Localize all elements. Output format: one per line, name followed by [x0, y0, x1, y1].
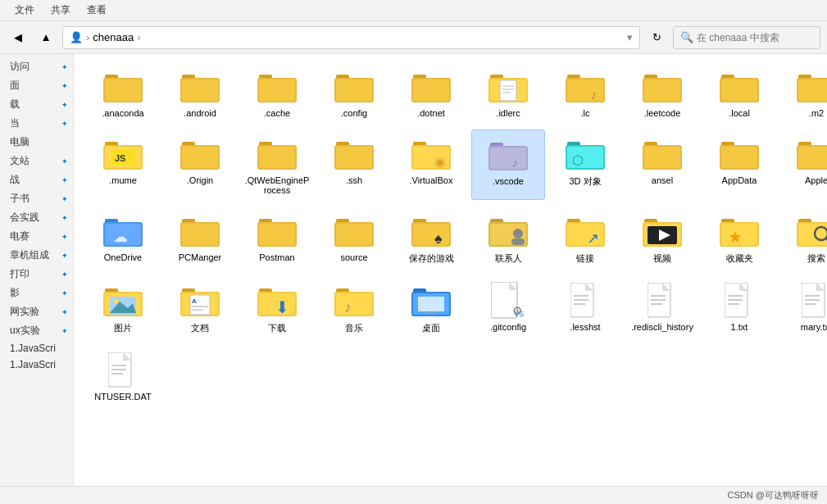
sidebar-item-10[interactable]: 章机组成✦ [0, 246, 73, 265]
file-item[interactable]: 联系人 [471, 207, 545, 270]
file-item[interactable]: .cache [240, 62, 314, 123]
svg-text:◉: ◉ [434, 155, 446, 169]
file-icon-.config [334, 67, 374, 107]
file-item[interactable]: NTUSER.DAT [86, 346, 160, 406]
file-name: 收藏夹 [726, 252, 753, 265]
svg-rect-76 [182, 224, 218, 245]
file-item[interactable]: A 文档 [163, 276, 237, 339]
svg-rect-79 [259, 224, 295, 245]
file-name: .local [729, 108, 750, 118]
file-item[interactable]: 1.txt [702, 276, 776, 339]
file-item[interactable]: AppData [702, 129, 776, 200]
sidebar-item-8[interactable]: 会实践✦ [0, 208, 73, 227]
file-icon-链接: ↗ [566, 211, 605, 251]
file-item[interactable]: ⬡ 3D 对象 [548, 129, 622, 200]
file-item[interactable]: .ssh [317, 129, 391, 200]
back-button[interactable]: ◀ [7, 26, 30, 49]
file-item[interactable]: mary.txt [779, 276, 827, 339]
file-item[interactable]: ♠ 保存的游戏 [394, 207, 468, 270]
file-item[interactable]: ♪ .vscode [471, 129, 545, 200]
sidebar-item-11[interactable]: 打印✦ [0, 265, 73, 284]
sidebar-item-5[interactable]: 文站✦ [0, 152, 73, 170]
file-item[interactable]: source [317, 207, 391, 270]
sidebar-item-7[interactable]: 子书✦ [0, 189, 73, 208]
file-item[interactable]: 视频 [625, 207, 699, 270]
sidebar-item-12[interactable]: 影✦ [0, 284, 73, 302]
refresh-button[interactable]: ↻ [645, 26, 668, 49]
file-icon-1.txt [720, 281, 759, 320]
file-name: .lesshst [570, 322, 600, 332]
file-icon-.dotnet [411, 67, 451, 107]
file-item[interactable]: ♪ .lc [548, 62, 622, 123]
file-item[interactable]: JS .mume [86, 129, 160, 200]
up-button[interactable]: ▲ [34, 26, 57, 49]
search-bar[interactable]: 🔍 [673, 26, 820, 49]
sidebar-item-13[interactable]: 网实验✦ [0, 302, 73, 321]
search-input[interactable] [697, 32, 813, 43]
sidebar-item-0[interactable]: 访问✦ [0, 57, 73, 76]
file-name: .ssh [346, 175, 362, 185]
file-name: 视频 [653, 252, 671, 265]
file-name: .lc [581, 108, 590, 118]
file-item[interactable]: .anaconda [86, 62, 160, 123]
file-name: .rediscli_history [631, 322, 693, 332]
file-item[interactable]: .m2 [779, 62, 827, 123]
file-icon-.rediscli_history [643, 281, 682, 320]
file-item[interactable]: 桌面 [394, 276, 468, 339]
file-name: 文档 [191, 322, 209, 334]
file-name: Postman [259, 252, 294, 262]
file-item[interactable]: .local [702, 62, 776, 123]
top-bar: ◀ ▲ 👤 › chenaaa › ▾ ↻ 🔍 [0, 21, 827, 54]
svg-rect-55 [490, 148, 526, 169]
file-name: 1.txt [731, 322, 748, 332]
file-icon-source [334, 211, 374, 251]
file-item[interactable]: .dotnet [394, 62, 468, 123]
file-item[interactable]: .leetcode [625, 62, 699, 123]
file-item[interactable]: ♪ 音乐 [317, 276, 391, 339]
address-bar[interactable]: 👤 › chenaaa › ▾ [62, 26, 640, 49]
file-item[interactable]: ansel [625, 129, 699, 200]
menu-view[interactable]: 查看 [79, 2, 115, 19]
sidebar-item-15[interactable]: 1.JavaScri [0, 340, 73, 356]
address-chevron[interactable]: ▾ [627, 31, 633, 43]
sidebar-item-6[interactable]: 战✦ [0, 170, 73, 189]
file-item[interactable]: ⚙ VS .gitconfig [471, 276, 545, 339]
file-name: 音乐 [345, 322, 363, 334]
file-name: .cache [264, 108, 290, 118]
file-icon-保存的游戏: ♠ [411, 211, 451, 251]
file-item[interactable]: ★ 收藏夹 [702, 207, 776, 270]
svg-rect-31 [721, 79, 757, 101]
file-icon-.leetcode [643, 67, 682, 107]
file-item[interactable]: .lesshst [548, 276, 622, 339]
sidebar-item-16[interactable]: 1.JavaScri [0, 356, 73, 373]
sidebar-item-3[interactable]: 当✦ [0, 114, 73, 133]
file-item[interactable]: Apple [779, 129, 827, 200]
sidebar-item-14[interactable]: ux实验✦ [0, 321, 73, 340]
file-item[interactable]: 图片 [86, 276, 160, 339]
file-item[interactable]: ☁ OneDrive [86, 207, 160, 270]
file-item[interactable]: .rediscli_history [625, 276, 699, 339]
sidebar-item-4[interactable]: 电脑 [0, 133, 73, 152]
file-item[interactable]: ◉ .VirtualBox [394, 129, 468, 200]
sidebar-item-9[interactable]: 电赛✦ [0, 227, 73, 246]
file-item[interactable]: Postman [240, 207, 314, 270]
menu-file[interactable]: 文件 [7, 2, 43, 19]
file-name: PCManger [179, 252, 222, 262]
svg-rect-134 [418, 297, 444, 311]
address-sep1: › [86, 31, 89, 43]
file-icon-音乐: ♪ [334, 281, 374, 320]
file-item[interactable]: .config [317, 62, 391, 123]
sidebar-item-2[interactable]: 载✦ [0, 95, 73, 114]
file-item[interactable]: ↗ 链接 [548, 207, 622, 270]
file-item[interactable]: .QtWebEngineProcess [240, 129, 314, 200]
sidebar-item-1[interactable]: 面✦ [0, 76, 73, 95]
file-item[interactable]: .idlerc [471, 62, 545, 123]
file-item[interactable]: .android [163, 62, 237, 123]
file-name: OneDrive [104, 252, 142, 262]
file-icon-.VirtualBox: ◉ [411, 134, 451, 174]
file-item[interactable]: 搜索 [779, 207, 827, 270]
file-item[interactable]: .Origin [163, 129, 237, 200]
file-item[interactable]: ⬇ 下载 [240, 276, 314, 339]
menu-share[interactable]: 共享 [43, 2, 79, 19]
file-item[interactable]: PCManger [163, 207, 237, 270]
